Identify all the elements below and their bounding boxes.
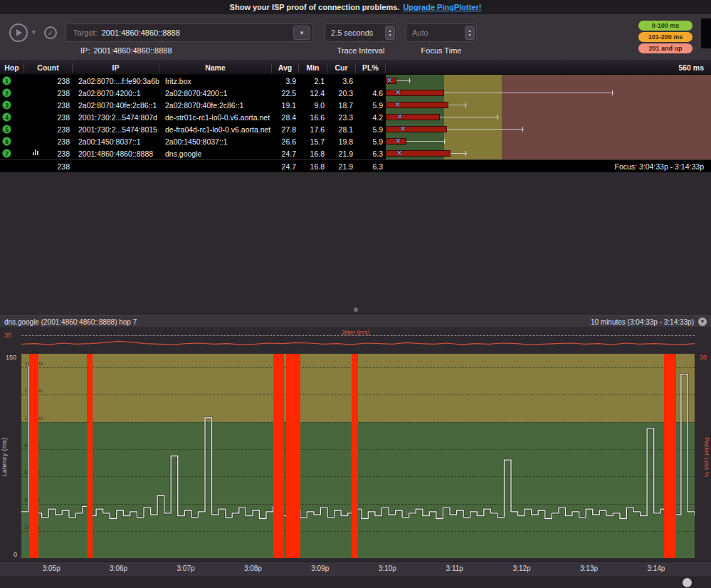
packet-loss-bar <box>352 354 359 558</box>
summary-row: 238 24.7 16.8 21.9 6.3 Focus: 3:04:33p -… <box>0 159 711 172</box>
hop-number-badge: 6 <box>2 137 11 146</box>
ip-line: IP:2001:4860:4860::8888 <box>80 46 172 55</box>
loss-axis-label: Packet Loss % <box>703 436 710 476</box>
hop-row[interactable]: 22382a02:8070:4200::12a02:8070:4200::122… <box>0 87 711 99</box>
column-header-min[interactable]: Min <box>299 63 327 73</box>
packet-loss-bar <box>29 354 38 558</box>
trace-interval-select[interactable]: 2.5 seconds ▴▾ <box>325 23 397 42</box>
scrollbar-thumb[interactable] <box>683 578 692 587</box>
time-tick-label: 3:12p <box>513 565 531 572</box>
focus-time-select[interactable]: Auto ▴▾ <box>406 23 477 42</box>
current-latency-marker: × <box>395 100 401 110</box>
focus-time-value: Auto <box>412 28 428 37</box>
hop-latency-bar: × <box>386 75 711 87</box>
summary-cur: 21.9 <box>327 162 356 171</box>
hop-number-badge: 5 <box>2 125 11 134</box>
packet-loss-bar <box>664 354 676 558</box>
toolbar: ▾ ✓ Target: 2001:4860:4860::8888 ▾ 2.5 s… <box>0 14 711 61</box>
timeline-range-label: 10 minutes (3:04:33p - 3:14:33p) <box>591 318 694 326</box>
packet-loss-bar <box>87 354 93 558</box>
hop-row[interactable]: 62382a00:1450:8037::12a00:1450:8037::126… <box>0 135 711 147</box>
current-latency-marker: × <box>386 75 392 85</box>
legend-pill: 201 and up <box>638 43 692 53</box>
check-icon: ✓ <box>48 29 53 37</box>
hop-table-header: Hop Count IP Name Avg Min Cur PL% 560 ms <box>0 61 711 75</box>
start-trace-button[interactable] <box>9 23 28 42</box>
current-latency-marker: × <box>397 112 403 122</box>
hop-number-badge: 2 <box>2 88 11 98</box>
hop-row[interactable]: 72382001:4860:4860::8888dns.google24.716… <box>0 147 711 159</box>
latency-axis-max: 150 <box>6 354 16 361</box>
latency-axis-label: Latency (ms) <box>1 437 8 476</box>
target-combobox[interactable]: Target: 2001:4860:4860::8888 ▾ <box>65 23 313 42</box>
time-tick-label: 3:14p <box>647 565 665 572</box>
ip-value: 2001:4860:4860::8888 <box>93 46 172 55</box>
hop-row[interactable]: 12382a02:8070:...f:fe90:3a6bfritz.box3.9… <box>0 75 711 87</box>
upgrade-link[interactable]: Upgrade PingPlotter! <box>403 3 481 11</box>
column-header-count[interactable]: Count <box>24 63 73 73</box>
latency-axis-min: 0 <box>14 551 17 558</box>
column-header-name[interactable]: Name <box>159 63 272 73</box>
time-axis: 3:05p3:06p3:07p3:08p3:09p3:10p3:11p3:12p… <box>0 561 711 577</box>
summary-min: 16.8 <box>299 162 327 171</box>
legend-pill: 0-100 ms <box>638 21 692 31</box>
latency-graph-outer: 150 0 Latency (ms) 30 Packet Loss % 140 … <box>0 352 711 561</box>
packet-loss-bar <box>286 354 300 558</box>
current-latency-marker: × <box>395 136 401 146</box>
graph-scale-label: 560 ms <box>386 63 711 73</box>
loss-axis-max: 30 <box>700 354 707 361</box>
target-dropdown-button[interactable]: ▾ <box>293 26 310 40</box>
column-header-cur[interactable]: Cur <box>327 63 356 73</box>
hop-table-body: 12382a02:8070:...f:fe90:3a6bfritz.box3.9… <box>0 75 711 159</box>
stepper-icon[interactable]: ▴▾ <box>385 26 395 40</box>
trace-menu-chevron-icon[interactable]: ▾ <box>32 28 36 36</box>
chevron-down-icon: ▾ <box>300 29 304 36</box>
column-header-pl[interactable]: PL% <box>356 63 386 73</box>
column-header-ip[interactable]: IP <box>73 63 159 73</box>
time-tick-label: 3:11p <box>446 565 463 572</box>
hop-latency-bar: × <box>386 87 711 99</box>
summary-count: 238 <box>24 162 73 171</box>
latency-legend: 0-100 ms101-200 ms201 and up <box>638 21 692 53</box>
jitter-line-chart <box>21 328 695 352</box>
hop-number-badge: 3 <box>2 100 11 110</box>
summary-pl: 6.3 <box>356 162 386 171</box>
hop-latency-bar: × <box>386 135 711 147</box>
hop-row[interactable]: 52382001:730:2...5474:8015de-fra04d-rc1-… <box>0 123 711 135</box>
empty-workspace <box>0 172 711 315</box>
time-tick-label: 3:05p <box>43 565 60 572</box>
time-tick-label: 3:07p <box>177 565 194 572</box>
current-latency-marker: × <box>395 88 401 98</box>
trace-interval-value: 2.5 seconds <box>331 28 373 37</box>
time-tick-label: 3:08p <box>244 565 262 572</box>
column-header-avg[interactable]: Avg <box>272 63 299 73</box>
latency-plot[interactable]: 140 ms120 ms100 ms80 ms60 ms40 ms20 ms <box>21 354 695 558</box>
trace-interval-caption: Trace Interval <box>317 46 404 55</box>
hop-number-badge: 4 <box>2 112 11 122</box>
collapse-timeline-icon[interactable]: ▾ <box>698 317 707 326</box>
focus-range-label: Focus: 3:04:33p - 3:14:33p <box>386 162 711 171</box>
confirm-target-button[interactable]: ✓ <box>44 26 57 39</box>
time-tick-label: 3:10p <box>379 565 396 572</box>
timeline-scrollbar[interactable] <box>0 577 711 588</box>
focus-time-caption: Focus Time <box>397 46 485 55</box>
banner-text: Show your ISP proof of connection proble… <box>230 3 400 11</box>
hop-latency-bar: × <box>386 111 711 123</box>
column-header-hop[interactable]: Hop <box>0 63 24 73</box>
play-icon <box>16 29 22 36</box>
jitter-strip: 35 Jitter (ms) <box>0 328 711 352</box>
time-tick-label: 3:09p <box>311 565 329 572</box>
legend-pill: 101-200 ms <box>638 32 692 42</box>
hop-row[interactable]: 42382001:730:2...5474:807dde-str01c-rc1-… <box>0 111 711 123</box>
hop-number-badge: 1 <box>2 76 11 85</box>
hop-row[interactable]: 32382a02:8070:40fe:2c86::12a02:8070:40fe… <box>0 99 711 111</box>
hop-number-badge: 7 <box>2 149 11 158</box>
time-tick-label: 3:06p <box>110 565 127 572</box>
splitter-handle[interactable] <box>354 308 358 312</box>
timeline-header: dns.google (2001:4860:4860::8888) hop 7 … <box>0 315 711 328</box>
summary-avg: 24.7 <box>272 162 299 171</box>
time-tick-label: 3:13p <box>580 565 598 572</box>
stepper-icon[interactable]: ▴▾ <box>465 26 475 40</box>
target-value: 2001:4860:4860::8888 <box>102 28 180 37</box>
hop-latency-bar: × <box>386 99 711 111</box>
